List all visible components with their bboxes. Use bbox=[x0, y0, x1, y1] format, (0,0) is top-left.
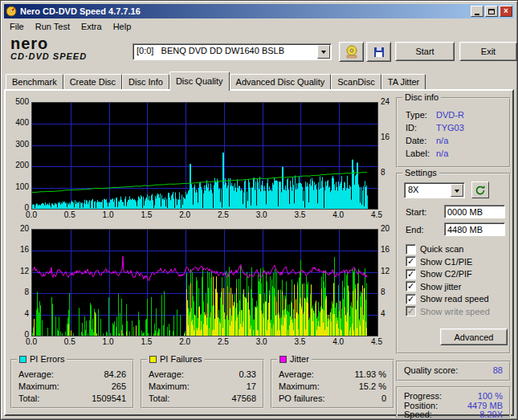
stat-value: 15.2 % bbox=[359, 381, 386, 393]
advanced-button[interactable]: Advanced bbox=[440, 328, 508, 345]
title-bar[interactable]: Nero CD-DVD Speed 4.7.7.16 × bbox=[4, 4, 514, 18]
x-axis-label: 3.0 bbox=[256, 210, 267, 219]
checkbox-show-write-speed: ✓Show write speed bbox=[406, 306, 490, 317]
pi-failures-plot bbox=[31, 229, 378, 336]
exit-button[interactable]: Exit bbox=[459, 42, 517, 61]
x-axis-label: 2.0 bbox=[179, 210, 190, 219]
progress-row: Position:4479 MB bbox=[404, 401, 503, 410]
info-label: ID: bbox=[406, 123, 417, 133]
maximize-button[interactable] bbox=[485, 6, 498, 17]
pi-errors-plot bbox=[31, 102, 378, 210]
disc-info-title: Disc info bbox=[402, 92, 441, 102]
checkbox-show-read-speed[interactable]: ✓Show read speed bbox=[406, 293, 489, 304]
x-axis-label: 1.5 bbox=[141, 337, 152, 346]
y-axis-label: 16 bbox=[20, 245, 29, 255]
drive-select[interactable]: [0:0] BENQ DVD DD DW1640 BSLB bbox=[133, 43, 332, 60]
checkbox-box[interactable]: ✓ bbox=[406, 294, 416, 304]
close-button[interactable]: × bbox=[500, 6, 512, 17]
stat-panels: PI ErrorsAverage:84.26Maximum:265Total:1… bbox=[10, 359, 394, 409]
pi-failures-y-axis-right: 20161284 bbox=[379, 229, 394, 335]
info-label: Label: bbox=[406, 149, 430, 158]
y-axis-label: 200 bbox=[15, 161, 29, 170]
y-axis-label: 400 bbox=[15, 118, 29, 128]
end-input[interactable] bbox=[444, 222, 505, 236]
disc-info-row: Label:n/a bbox=[406, 149, 506, 159]
y-axis-label: 24 bbox=[381, 97, 390, 107]
stat-panel-title: Jitter bbox=[277, 354, 312, 364]
checkbox-box: ✓ bbox=[406, 306, 416, 316]
app-icon bbox=[6, 6, 17, 17]
x-axis-label: 3.5 bbox=[294, 210, 305, 219]
y-axis-label: 8 bbox=[381, 168, 385, 177]
x-axis-label: 1.0 bbox=[103, 210, 114, 219]
progress-label: Position: bbox=[404, 401, 438, 410]
minimize-icon bbox=[475, 14, 479, 15]
y-axis-label: 4 bbox=[24, 309, 29, 319]
y-axis-label: 20 bbox=[20, 224, 29, 234]
start-input[interactable] bbox=[444, 205, 505, 218]
progress-group: Progress:100 %Position:4479 MBSpeed:8.29… bbox=[396, 386, 511, 418]
window-title: Nero CD-DVD Speed 4.7.7.16 bbox=[20, 6, 469, 16]
stat-label: Average: bbox=[149, 369, 184, 381]
disc-info-row: Type:DVD-R bbox=[406, 110, 506, 120]
tab-advanced-disc-quality[interactable]: Advanced Disc Quality bbox=[230, 74, 332, 89]
progress-label: Progress: bbox=[404, 391, 442, 401]
checkbox-show-jitter[interactable]: ✓Show jitter bbox=[406, 281, 461, 292]
start-button[interactable]: Start bbox=[395, 42, 455, 61]
checkbox-box[interactable]: ✓ bbox=[406, 281, 416, 292]
pi-failures-y-axis-left: 201612840 bbox=[10, 229, 31, 335]
settings-title: Settings bbox=[402, 168, 439, 177]
save-button[interactable] bbox=[366, 42, 391, 62]
checkbox-quick-scan[interactable]: Quick scan bbox=[406, 243, 463, 255]
speed-select[interactable]: 8X bbox=[404, 182, 465, 198]
chevron-down-icon bbox=[321, 51, 326, 56]
x-axis-label: 4.5 bbox=[371, 210, 382, 219]
right-panel: Disc info Type:DVD-RID:TYG03Date:n/aLabe… bbox=[396, 96, 512, 415]
progress-label: Speed: bbox=[404, 410, 432, 419]
progress-row: Speed:8.29X bbox=[404, 410, 503, 419]
tab-benchmark[interactable]: Benchmark bbox=[6, 74, 63, 89]
tab-disc-quality[interactable]: Disc Quality bbox=[169, 71, 230, 91]
checkbox-show-c2-pif[interactable]: ✓Show C2/PIF bbox=[406, 268, 472, 279]
info-label: Type: bbox=[406, 110, 427, 120]
checkbox-box[interactable]: ✓ bbox=[406, 269, 416, 279]
menu-help[interactable]: Help bbox=[108, 20, 137, 33]
stat-row: PO failures:0 bbox=[272, 393, 393, 405]
stat-value: 1509541 bbox=[92, 393, 126, 405]
progress-value: 100 % bbox=[478, 391, 503, 401]
checkbox-label: Show write speed bbox=[420, 307, 490, 316]
refresh-button[interactable] bbox=[471, 181, 489, 198]
close-icon: × bbox=[504, 7, 508, 15]
disc-quality-tab-panel: 5004003002001000 24168 0.00.51.01.52.02.… bbox=[4, 89, 514, 416]
minimize-button[interactable] bbox=[471, 6, 483, 17]
stat-value: 84.26 bbox=[104, 369, 126, 381]
tab-create-disc[interactable]: Create Disc bbox=[63, 74, 122, 89]
stat-value: 11.93 % bbox=[354, 369, 386, 381]
x-axis-label: 0.5 bbox=[64, 337, 75, 346]
speed-select-arrow[interactable] bbox=[451, 184, 463, 197]
menu-extra[interactable]: Extra bbox=[75, 20, 108, 33]
checkbox-show-c1-pie[interactable]: ✓Show C1/PIE bbox=[406, 256, 472, 267]
eject-disc-button[interactable] bbox=[339, 42, 364, 62]
pi-errors-color-swatch bbox=[19, 356, 27, 363]
y-axis-label: 4 bbox=[381, 309, 385, 319]
stat-panel-title-text: PI Failures bbox=[160, 354, 202, 364]
stat-value: 0 bbox=[381, 393, 386, 405]
menu-bar: FileRun TestExtraHelp bbox=[4, 19, 514, 34]
stat-row: Total:1509541 bbox=[12, 393, 133, 405]
pi-errors-chart: 5004003002001000 24168 0.00.51.01.52.02.… bbox=[10, 102, 394, 221]
menu-file[interactable]: File bbox=[4, 20, 30, 33]
settings-group: Settings 8X Start: End: Quick scan✓Show … bbox=[396, 173, 511, 354]
y-axis-label: 8 bbox=[381, 287, 385, 297]
checkbox-box[interactable] bbox=[406, 244, 416, 255]
menu-run-test[interactable]: Run Test bbox=[30, 20, 75, 33]
y-axis-label: 8 bbox=[24, 287, 29, 297]
tab-scandisc[interactable]: ScanDisc bbox=[331, 74, 381, 89]
stat-row: Total:47568 bbox=[142, 393, 263, 405]
tab-disc-info[interactable]: Disc Info bbox=[122, 74, 169, 89]
x-axis-label: 0.5 bbox=[64, 210, 75, 219]
stat-value: 0.33 bbox=[239, 369, 256, 381]
checkbox-box[interactable]: ✓ bbox=[406, 256, 416, 267]
tab-ta-jitter[interactable]: TA Jitter bbox=[381, 74, 426, 89]
drive-select-arrow[interactable] bbox=[317, 45, 330, 59]
